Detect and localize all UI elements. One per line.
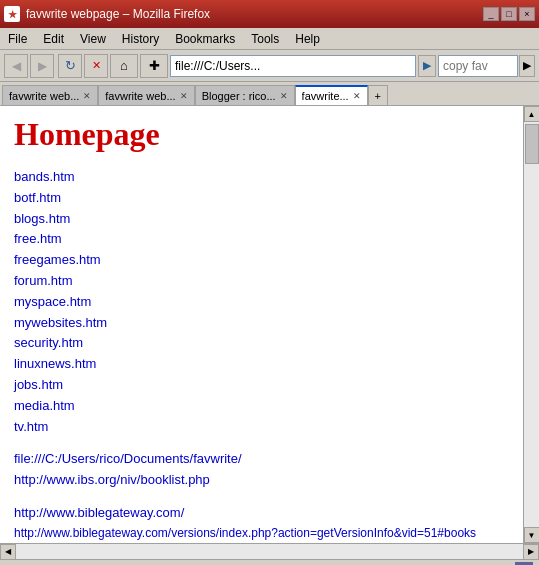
hscroll-right-button[interactable]: ▶ xyxy=(523,544,539,560)
horizontal-scrollbar: ◀ ▶ xyxy=(0,543,539,559)
page-content: Homepage bands.htm botf.htm blogs.htm fr… xyxy=(0,106,523,543)
toolbar: ◀ ▶ ↻ ✕ ⌂ ✚ ▶ ▶ xyxy=(0,50,539,82)
vertical-scrollbar: ▲ ▼ xyxy=(523,106,539,543)
forward-button[interactable]: ▶ xyxy=(30,54,54,78)
link-security[interactable]: security.htm xyxy=(14,333,509,354)
url-local[interactable]: file:///C:/Users/rico/Documents/favwrite… xyxy=(14,449,509,470)
link-free[interactable]: free.htm xyxy=(14,229,509,250)
tab-0-label: favwrite web... xyxy=(9,90,79,102)
title-bar: ★ favwrite webpage – Mozilla Firefox _ □… xyxy=(0,0,539,28)
back-button[interactable]: ◀ xyxy=(4,54,28,78)
menu-bookmarks[interactable]: Bookmarks xyxy=(167,30,243,48)
window-controls[interactable]: _ □ × xyxy=(483,7,535,21)
link-blogs[interactable]: blogs.htm xyxy=(14,209,509,230)
scroll-thumb[interactable] xyxy=(525,124,539,164)
scroll-down-button[interactable]: ▼ xyxy=(524,527,540,543)
menu-help[interactable]: Help xyxy=(287,30,328,48)
tab-1-close[interactable]: ✕ xyxy=(180,91,188,101)
go-button[interactable]: ▶ xyxy=(418,55,436,77)
tab-2-close[interactable]: ✕ xyxy=(280,91,288,101)
window-title: favwrite webpage – Mozilla Firefox xyxy=(26,7,210,21)
stop-button[interactable]: ✕ xyxy=(84,54,108,78)
title-bar-left: ★ favwrite webpage – Mozilla Firefox xyxy=(4,6,210,22)
tab-3[interactable]: favwrite... ✕ xyxy=(295,85,368,105)
scroll-track[interactable] xyxy=(524,122,539,527)
hscroll-track[interactable] xyxy=(16,544,523,559)
tab-2-label: Blogger : rico... xyxy=(202,90,276,102)
page-title: Homepage xyxy=(14,116,509,153)
menu-file[interactable]: File xyxy=(0,30,35,48)
tab-2[interactable]: Blogger : rico... ✕ xyxy=(195,85,295,105)
menu-edit[interactable]: Edit xyxy=(35,30,72,48)
link-mywebsites[interactable]: mywebsites.htm xyxy=(14,313,509,334)
menu-view[interactable]: View xyxy=(72,30,114,48)
tab-3-close[interactable]: ✕ xyxy=(353,91,361,101)
link-tv[interactable]: tv.htm xyxy=(14,417,509,438)
security-icon: S xyxy=(515,562,533,566)
menu-history[interactable]: History xyxy=(114,30,167,48)
link-forum[interactable]: forum.htm xyxy=(14,271,509,292)
search-wrapper: ▶ xyxy=(438,55,535,77)
tab-3-label: favwrite... xyxy=(302,90,349,102)
link-myspace[interactable]: myspace.htm xyxy=(14,292,509,313)
minimize-button[interactable]: _ xyxy=(483,7,499,21)
content-wrapper: Homepage bands.htm botf.htm blogs.htm fr… xyxy=(0,106,539,543)
gap-2 xyxy=(14,491,509,503)
url-biblegateway-versions[interactable]: http://www.biblegateway.com/versions/ind… xyxy=(14,524,509,543)
tab-1-label: favwrite web... xyxy=(105,90,175,102)
tabs-bar: favwrite web... ✕ favwrite web... ✕ Blog… xyxy=(0,82,539,106)
hscroll-left-button[interactable]: ◀ xyxy=(0,544,16,560)
address-wrapper: ▶ xyxy=(170,55,436,77)
link-botf[interactable]: botf.htm xyxy=(14,188,509,209)
tab-0[interactable]: favwrite web... ✕ xyxy=(2,85,98,105)
close-button[interactable]: × xyxy=(519,7,535,21)
search-input[interactable] xyxy=(438,55,518,77)
app-icon: ★ xyxy=(4,6,20,22)
tab-1[interactable]: favwrite web... ✕ xyxy=(98,85,194,105)
link-linuxnews[interactable]: linuxnews.htm xyxy=(14,354,509,375)
gap-1 xyxy=(14,437,509,449)
tab-0-close[interactable]: ✕ xyxy=(83,91,91,101)
link-freegames[interactable]: freegames.htm xyxy=(14,250,509,271)
url-biblegateway[interactable]: http://www.biblegateway.com/ xyxy=(14,503,509,524)
new-tab-button[interactable]: + xyxy=(368,85,388,105)
address-input[interactable] xyxy=(170,55,416,77)
scroll-up-button[interactable]: ▲ xyxy=(524,106,540,122)
link-jobs[interactable]: jobs.htm xyxy=(14,375,509,396)
refresh-button[interactable]: ↻ xyxy=(58,54,82,78)
bookmark-button[interactable]: ✚ xyxy=(140,54,168,78)
menu-bar: File Edit View History Bookmarks Tools H… xyxy=(0,28,539,50)
search-go-button[interactable]: ▶ xyxy=(519,55,535,77)
status-bar: Done S xyxy=(0,559,539,565)
home-button[interactable]: ⌂ xyxy=(110,54,138,78)
link-media[interactable]: media.htm xyxy=(14,396,509,417)
maximize-button[interactable]: □ xyxy=(501,7,517,21)
link-bands[interactable]: bands.htm xyxy=(14,167,509,188)
menu-tools[interactable]: Tools xyxy=(243,30,287,48)
url-ibs[interactable]: http://www.ibs.org/niv/booklist.php xyxy=(14,470,509,491)
